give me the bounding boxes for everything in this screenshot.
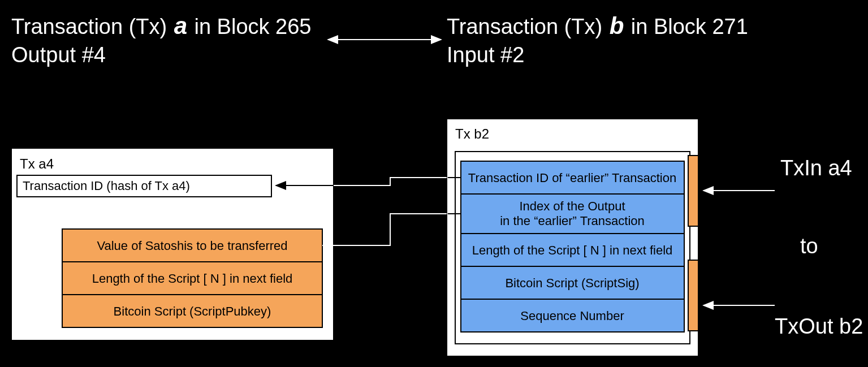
tx-b-row-0: Transaction ID of “earlier” Transaction xyxy=(468,171,676,185)
tx-a-row-0: Value of Satoshis to be transferred xyxy=(97,239,287,253)
tx-b-row-4: Sequence Number xyxy=(520,309,624,323)
tx-b-row-1b: in the “earlier” Transaction xyxy=(500,214,645,228)
tx-a-txid-text: Transaction ID (hash of Tx a4) xyxy=(23,179,190,193)
right-label-mid: to xyxy=(800,234,818,258)
tx-a-output-rows: Value of Satoshis to be transferred Leng… xyxy=(62,229,322,327)
left-header-line1: Transaction (Tx) a in Block 265 xyxy=(11,12,311,39)
tx-b-row-2: Length of the Script [ N ] in next field xyxy=(472,243,673,257)
diagram-canvas: Transaction (Tx) a in Block 265 Output #… xyxy=(0,0,868,367)
conn-txid-to-b0 xyxy=(334,178,447,185)
tx-b-row-3: Bitcoin Script (ScriptSig) xyxy=(505,276,639,290)
right-header-line1: Transaction (Tx) b in Block 271 xyxy=(447,12,748,39)
right-side-labels: TxIn a4 to TxOut b2 xyxy=(703,156,863,338)
right-header-line2: Input #2 xyxy=(447,43,524,67)
tx-b-row-1a: Index of the Output xyxy=(519,199,625,213)
right-label-bot: TxOut b2 xyxy=(775,314,863,338)
tx-b-label: Tx b2 xyxy=(455,126,489,141)
svg-rect-21 xyxy=(688,260,698,331)
tx-a-label: Tx a4 xyxy=(20,156,54,171)
tx-a-row-2: Bitcoin Script (ScriptPubkey) xyxy=(114,304,271,318)
tx-b-input-rows: Transaction ID of “earlier” Transaction … xyxy=(461,161,684,332)
tx-a-row-1: Length of the Script [ N ] in next field xyxy=(92,271,293,286)
right-label-top: TxIn a4 xyxy=(780,156,852,180)
conn-output-to-b1 xyxy=(322,214,447,245)
svg-rect-19 xyxy=(688,156,698,226)
left-header-line2: Output #4 xyxy=(11,43,106,67)
